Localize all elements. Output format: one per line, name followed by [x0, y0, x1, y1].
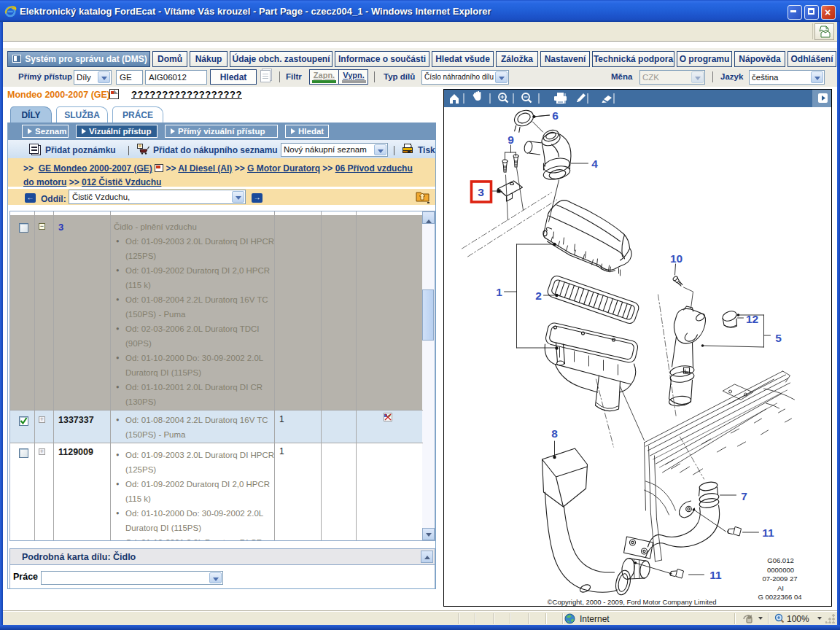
svg-text:©Copyright, 2000 - 2009, Ford: ©Copyright, 2000 - 2009, Ford Motor Comp… [548, 598, 717, 606]
svg-text:11: 11 [762, 526, 774, 539]
svg-text:G 0022366 04: G 0022366 04 [758, 593, 801, 601]
svg-text:07-2009 27: 07-2009 27 [762, 575, 797, 583]
svg-text:0000000: 0000000 [767, 566, 794, 574]
svg-text:3: 3 [478, 186, 484, 198]
svg-text:5: 5 [775, 332, 782, 344]
svg-text:AI: AI [777, 584, 784, 592]
svg-text:9: 9 [508, 133, 514, 146]
svg-text:8: 8 [551, 427, 558, 440]
svg-text:7: 7 [741, 490, 747, 502]
svg-text:10: 10 [670, 252, 682, 265]
svg-text:11: 11 [709, 569, 722, 581]
svg-text:2: 2 [535, 289, 542, 302]
svg-text:12: 12 [746, 313, 758, 325]
svg-text:G06.012: G06.012 [767, 556, 793, 564]
svg-text:4: 4 [591, 158, 598, 170]
svg-text:6: 6 [552, 109, 559, 122]
svg-text:1: 1 [496, 286, 502, 298]
